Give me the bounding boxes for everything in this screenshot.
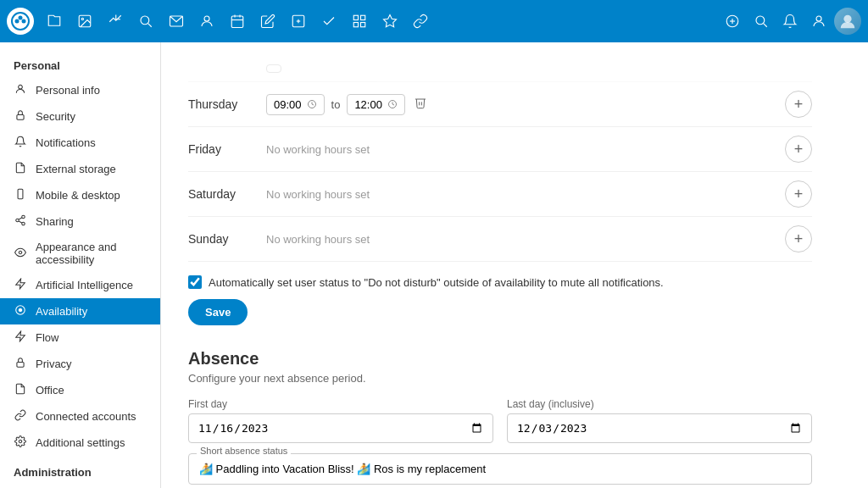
first-day-label: First day	[188, 398, 493, 410]
activity-icon[interactable]	[102, 8, 129, 35]
sidebar-item-availability[interactable]: Availability	[0, 298, 160, 324]
ai-icon	[14, 278, 27, 292]
saturday-label: Saturday	[188, 187, 256, 201]
link-icon[interactable]	[407, 8, 434, 35]
add-remote-icon[interactable]	[719, 8, 746, 35]
thursday-row: Thursday 09:00 to 12:00 +	[188, 82, 812, 127]
dnd-checkbox-row: Automatically set user status to "Do not…	[188, 275, 812, 289]
topbar	[0, 0, 868, 42]
content-area: Thursday 09:00 to 12:00 +	[161, 42, 868, 488]
dnd-checkbox[interactable]	[188, 275, 202, 289]
sidebar-item-basic-settings[interactable]: Basic settings	[0, 484, 160, 488]
friday-label: Friday	[188, 142, 256, 156]
sunday-label: Sunday	[188, 232, 256, 246]
svg-line-36	[19, 221, 22, 223]
sidebar-item-additional-settings[interactable]: Additional settings	[0, 430, 160, 456]
personal-section-title: Personal	[0, 49, 160, 77]
svg-rect-20	[361, 23, 365, 27]
notifications-icon[interactable]	[776, 8, 804, 35]
mail-icon[interactable]	[163, 8, 190, 35]
friday-add-button[interactable]: +	[785, 136, 812, 163]
search-icon[interactable]	[748, 8, 775, 35]
sidebar-item-privacy[interactable]: Privacy	[0, 351, 160, 377]
svg-line-37	[19, 218, 22, 219]
thursday-add-button[interactable]: +	[785, 91, 812, 118]
sidebar-item-mobile-desktop[interactable]: Mobile & desktop	[0, 182, 160, 208]
short-status-input[interactable]	[188, 453, 812, 485]
grid-icon[interactable]	[346, 8, 373, 35]
sidebar-item-label: Additional settings	[36, 436, 125, 449]
svg-marker-39	[16, 279, 25, 289]
sidebar-item-office[interactable]: Office	[0, 377, 160, 403]
sidebar-item-connected-accounts[interactable]: Connected accounts	[0, 403, 160, 430]
bookmark-icon[interactable]	[376, 8, 403, 35]
svg-point-41	[19, 308, 22, 312]
file-icon	[14, 162, 27, 176]
svg-marker-42	[16, 331, 25, 341]
sidebar-item-label: Artificial Intelligence	[36, 279, 133, 291]
search-topbar-icon[interactable]	[132, 8, 159, 35]
availability-icon	[14, 304, 27, 319]
sidebar-item-label: Connected accounts	[36, 410, 136, 423]
svg-rect-30	[17, 114, 24, 119]
svg-point-3	[19, 16, 23, 20]
sidebar-item-notifications[interactable]: Notifications	[0, 130, 160, 156]
working-hours-save-button[interactable]: Save	[188, 299, 248, 325]
check-icon[interactable]	[315, 8, 342, 35]
sidebar-item-label: Availability	[36, 305, 87, 318]
photos-icon[interactable]	[71, 8, 98, 35]
thursday-delete-button[interactable]	[412, 94, 429, 114]
sidebar-item-label: Office	[36, 384, 64, 396]
first-day-input[interactable]	[188, 413, 493, 443]
svg-rect-31	[18, 189, 23, 199]
short-status-label: Short absence status	[197, 446, 291, 456]
sidebar-item-flow[interactable]: Flow	[0, 324, 160, 351]
sunday-add-button[interactable]: +	[785, 225, 812, 252]
sidebar-item-label: Privacy	[36, 358, 72, 370]
thursday-end-input[interactable]: 12:00	[347, 94, 405, 115]
svg-point-44	[19, 440, 22, 443]
svg-rect-18	[361, 15, 365, 19]
svg-point-28	[843, 15, 851, 23]
svg-line-26	[764, 24, 767, 27]
svg-point-35	[22, 222, 25, 225]
eye-icon	[14, 247, 27, 261]
sidebar-item-appearance[interactable]: Appearance and accessibility	[0, 235, 160, 272]
dnd-checkbox-label[interactable]: Automatically set user status to "Do not…	[209, 276, 664, 289]
sidebar-item-label: Personal info	[36, 84, 100, 97]
sidebar-item-label: Notifications	[36, 136, 96, 149]
last-day-input[interactable]	[507, 413, 812, 443]
thursday-label: Thursday	[188, 97, 256, 111]
edit-icon[interactable]	[254, 8, 281, 35]
time-input	[266, 64, 281, 73]
app-logo[interactable]	[7, 8, 34, 35]
share-icon	[14, 214, 27, 229]
sidebar-item-label: Security	[36, 110, 75, 123]
user-avatar[interactable]	[834, 8, 861, 35]
files-icon[interactable]	[41, 8, 68, 35]
thursday-start-value: 09:00	[274, 98, 302, 111]
link2-icon	[14, 409, 27, 424]
sidebar-item-personal-info[interactable]: Personal info	[0, 77, 160, 103]
saturday-add-button[interactable]: +	[785, 180, 812, 208]
sidebar-item-ai[interactable]: Artificial Intelligence	[0, 272, 160, 298]
lock-icon	[14, 109, 27, 124]
first-day-field: First day	[188, 398, 493, 443]
clock-icon	[307, 99, 317, 109]
svg-marker-21	[384, 15, 397, 27]
sidebar-item-external-storage[interactable]: External storage	[0, 156, 160, 182]
tasks-icon[interactable]	[285, 8, 312, 35]
thursday-start-input[interactable]: 09:00	[266, 94, 325, 115]
contacts-icon[interactable]	[193, 8, 220, 35]
main-layout: Personal Personal info Security Notifica…	[0, 42, 868, 488]
svg-point-25	[756, 16, 765, 25]
sidebar-item-label: Sharing	[36, 215, 74, 228]
svg-point-29	[19, 85, 23, 89]
calendar-icon[interactable]	[224, 8, 251, 35]
settings-icon	[14, 435, 27, 450]
sidebar-item-security[interactable]: Security	[0, 103, 160, 130]
user-icon[interactable]	[805, 8, 832, 35]
absence-description: Configure your next absence period.	[188, 372, 812, 385]
sidebar-item-sharing[interactable]: Sharing	[0, 208, 160, 235]
office-icon	[14, 383, 27, 397]
